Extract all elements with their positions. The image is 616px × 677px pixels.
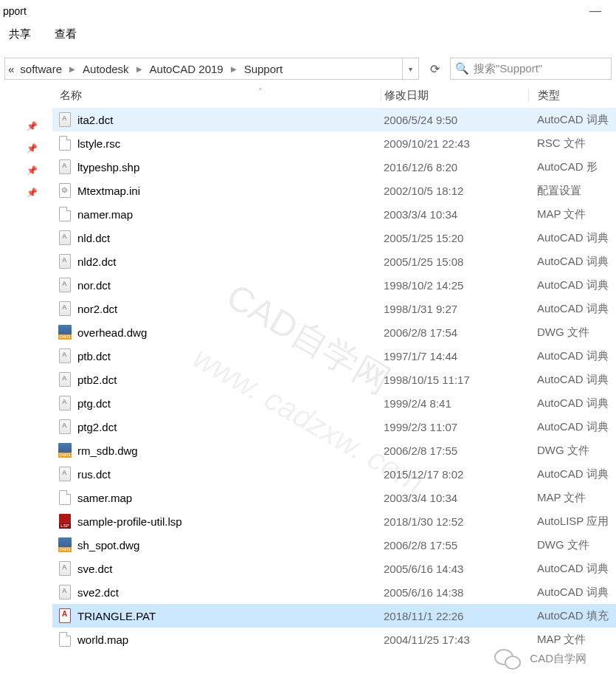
file-name-cell: sample-profile-util.lsp <box>52 515 381 528</box>
content-area: 📌 📌 📌 📌 名称 ˄ 修改日期 类型 ita2.dct2006/5/24 9… <box>0 83 616 677</box>
breadcrumb-seg[interactable]: Autodesk <box>80 63 132 75</box>
chevron-right-icon[interactable]: ▶ <box>226 65 241 73</box>
tab-view[interactable]: 查看 <box>55 27 77 41</box>
file-icon <box>58 184 72 197</box>
file-icon <box>58 515 72 528</box>
file-type-cell: AutoCAD 词典 <box>528 231 616 245</box>
file-icon <box>58 420 72 433</box>
file-date-cell: 2006/2/8 17:55 <box>381 539 528 551</box>
pin-icon[interactable]: 📌 <box>27 121 38 131</box>
table-row[interactable]: TRIANGLE.PAT2018/11/1 22:26AutoCAD 填充 <box>52 604 616 628</box>
table-row[interactable]: nor.dct1998/10/2 14:25AutoCAD 词典 <box>52 273 616 297</box>
nav-pane: 📌 📌 📌 📌 <box>0 83 52 677</box>
title-bar: pport — <box>0 0 616 22</box>
file-name: namer.map <box>77 208 133 221</box>
table-row[interactable]: sve.dct2005/6/16 14:43AutoCAD 词典 <box>52 557 616 580</box>
breadcrumb-seg[interactable]: AutoCAD 2019 <box>147 63 226 75</box>
table-row[interactable]: overhead.dwg2006/2/8 17:54DWG 文件 <box>52 320 616 344</box>
file-icon <box>58 137 72 150</box>
file-name: sh_spot.dwg <box>77 539 139 551</box>
address-bar-row: « software ▶ Autodesk ▶ AutoCAD 2019 ▶ S… <box>0 55 616 83</box>
file-date-cell: 2006/5/24 9:50 <box>381 114 528 126</box>
file-date-cell: 2005/1/25 15:20 <box>381 232 528 244</box>
address-dropdown[interactable]: ▾ <box>402 58 418 79</box>
column-header-type[interactable]: 类型 <box>528 89 616 103</box>
pin-icon[interactable]: 📌 <box>27 188 38 198</box>
file-name-cell: ptb.dct <box>52 349 381 362</box>
file-icon <box>58 278 72 292</box>
file-date-cell: 1999/2/4 8:41 <box>381 397 528 410</box>
search-input[interactable]: 🔍 搜索"Support" <box>450 58 612 80</box>
address-bar[interactable]: « software ▶ Autodesk ▶ AutoCAD 2019 ▶ S… <box>4 58 419 80</box>
table-row[interactable]: sve2.dct2005/6/16 14:38AutoCAD 词典 <box>52 580 616 604</box>
table-row[interactable]: nld2.dct2005/1/25 15:08AutoCAD 词典 <box>52 250 616 273</box>
file-name-cell: sve.dct <box>52 562 381 575</box>
table-row[interactable]: ptb2.dct1998/10/15 11:17AutoCAD 词典 <box>52 368 616 391</box>
file-date-cell: 2018/11/1 22:26 <box>381 610 528 622</box>
column-header-date[interactable]: 修改日期 <box>381 89 528 103</box>
file-date-cell: 2003/3/4 10:34 <box>381 492 528 504</box>
pin-icon[interactable]: 📌 <box>27 143 38 154</box>
table-row[interactable]: lstyle.rsc2009/10/21 22:43RSC 文件 <box>52 131 616 155</box>
file-name-cell: rus.dct <box>52 467 381 481</box>
column-header-name[interactable]: 名称 ˄ <box>52 89 381 103</box>
pin-icon[interactable]: 📌 <box>27 165 38 176</box>
file-date-cell: 2003/3/4 10:34 <box>381 208 528 221</box>
file-type-cell: DWG 文件 <box>528 326 616 340</box>
table-row[interactable]: ptg.dct1999/2/4 8:41AutoCAD 词典 <box>52 391 616 415</box>
table-row[interactable]: sample-profile-util.lsp2018/1/30 12:52Au… <box>52 509 616 533</box>
file-name: sve2.dct <box>77 586 119 599</box>
table-row[interactable]: samer.map2003/3/4 10:34MAP 文件 <box>52 486 616 509</box>
breadcrumb-seg[interactable]: software <box>17 63 65 75</box>
table-row[interactable]: ita2.dct2006/5/24 9:50AutoCAD 词典 <box>52 108 616 131</box>
file-icon <box>58 349 72 362</box>
file-name-cell: lstyle.rsc <box>52 137 381 150</box>
file-type-cell: AutoCAD 词典 <box>528 585 616 599</box>
file-name: ptb.dct <box>77 350 111 362</box>
table-row[interactable]: Mtextmap.ini2002/10/5 18:12配置设置 <box>52 179 616 202</box>
file-name-cell: sh_spot.dwg <box>52 538 381 551</box>
minimize-button[interactable]: — <box>581 4 610 18</box>
file-name-cell: ptg2.dct <box>52 420 381 433</box>
table-row[interactable]: nor2.dct1998/1/31 9:27AutoCAD 词典 <box>52 297 616 320</box>
file-name-cell: ita2.dct <box>52 113 381 126</box>
window-title: pport <box>3 5 27 17</box>
table-row[interactable]: nld.dct2005/1/25 15:20AutoCAD 词典 <box>52 226 616 250</box>
file-type-cell: 配置设置 <box>528 184 616 198</box>
table-row[interactable]: rm_sdb.dwg2006/2/8 17:55DWG 文件 <box>52 439 616 462</box>
file-date-cell: 1997/1/7 14:44 <box>381 350 528 362</box>
chevron-right-icon[interactable]: ▶ <box>65 65 80 73</box>
file-icon <box>58 113 72 126</box>
tab-share[interactable]: 共享 <box>9 27 31 41</box>
table-row[interactable]: rus.dct2015/12/17 8:02AutoCAD 词典 <box>52 462 616 486</box>
breadcrumb-seg[interactable]: Support <box>241 63 286 75</box>
file-type-cell: AutoCAD 词典 <box>528 349 616 363</box>
file-name-cell: world.map <box>52 633 381 646</box>
file-type-cell: DWG 文件 <box>528 538 616 552</box>
file-name: sample-profile-util.lsp <box>77 515 182 528</box>
file-icon <box>58 396 72 410</box>
table-row[interactable]: ltypeshp.shp2016/12/6 8:20AutoCAD 形 <box>52 155 616 179</box>
file-type-cell: AutoCAD 词典 <box>528 255 616 269</box>
wechat-icon <box>494 647 521 670</box>
refresh-button[interactable]: ⟳ <box>425 58 444 80</box>
file-list-area: 名称 ˄ 修改日期 类型 ita2.dct2006/5/24 9:50AutoC… <box>52 83 616 677</box>
file-icon <box>58 373 72 386</box>
chevron-right-icon[interactable]: ▶ <box>132 65 147 73</box>
file-name-cell: nor.dct <box>52 278 381 292</box>
file-type-cell: AutoCAD 词典 <box>528 467 616 481</box>
file-name-cell: overhead.dwg <box>52 326 381 339</box>
file-type-cell: AutoCAD 填充 <box>528 609 616 623</box>
file-date-cell: 2009/10/21 22:43 <box>381 137 528 150</box>
file-name: nld2.dct <box>77 255 117 268</box>
file-icon <box>58 255 72 268</box>
file-name: sve.dct <box>77 563 113 575</box>
breadcrumb-overflow[interactable]: « <box>5 63 17 75</box>
table-row[interactable]: ptb.dct1997/1/7 14:44AutoCAD 词典 <box>52 344 616 368</box>
file-icon <box>58 491 72 504</box>
file-date-cell: 2016/12/6 8:20 <box>381 161 528 173</box>
table-row[interactable]: sh_spot.dwg2006/2/8 17:55DWG 文件 <box>52 533 616 557</box>
table-row[interactable]: ptg2.dct1999/2/3 11:07AutoCAD 词典 <box>52 415 616 439</box>
table-row[interactable]: namer.map2003/3/4 10:34MAP 文件 <box>52 202 616 226</box>
file-type-cell: AutoCAD 词典 <box>528 396 616 410</box>
